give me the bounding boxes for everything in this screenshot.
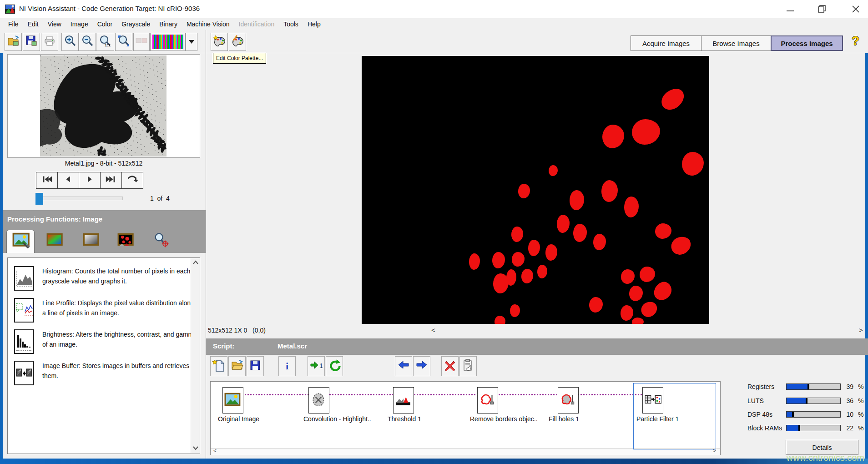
image-slider-track[interactable] — [37, 197, 123, 200]
menu-binary[interactable]: Binary — [155, 19, 182, 29]
zoom-in-button[interactable] — [61, 33, 79, 51]
menu-view[interactable]: View — [43, 19, 66, 29]
open-image-icon — [6, 34, 20, 50]
image-slider-thumb[interactable] — [35, 193, 43, 205]
image-buffer-icon[interactable] — [14, 361, 34, 385]
step-connector-line — [222, 394, 658, 395]
image-tab-icon — [11, 232, 30, 250]
info-button[interactable]: i — [278, 356, 296, 376]
save-script-button[interactable] — [247, 356, 264, 376]
meter-label-dsp-48s: DSP 48s — [747, 411, 772, 418]
meter-tick — [806, 398, 807, 403]
zoom-1-1-button[interactable]: 1:1 — [96, 33, 114, 51]
image-caption: Metal1.jpg - 8-bit - 512x512 — [7, 160, 200, 167]
prev-button[interactable] — [57, 172, 79, 189]
step-label: Threshold 1 — [388, 415, 421, 423]
delete-step-button[interactable] — [441, 356, 459, 376]
step-original-image[interactable] — [222, 387, 243, 414]
hscroll-left-icon[interactable]: < — [431, 326, 435, 334]
help-icon[interactable]: ? — [852, 34, 859, 48]
image-status: 512x512 1X 0 (0,0) — [208, 327, 266, 334]
tab-image[interactable] — [6, 230, 35, 253]
first-button[interactable] — [36, 172, 58, 189]
function-item-line-profile[interactable]: Line Profile: Displays the pixel value d… — [42, 298, 199, 318]
line-profile-icon[interactable] — [14, 298, 34, 323]
tooltip: Edit Color Palette... — [213, 53, 266, 64]
edit-palette-button[interactable] — [229, 33, 246, 51]
image-thumbnail[interactable] — [40, 55, 167, 156]
function-item-brightness[interactable]: Brightness: Alters the brightness, contr… — [42, 329, 199, 349]
particle-blob — [528, 240, 540, 256]
step-label: Particle Filter 1 — [636, 415, 679, 423]
scroll-up-icon[interactable] — [192, 260, 199, 265]
particle-blob — [545, 244, 557, 261]
process-images-button[interactable]: Process Images — [771, 35, 843, 51]
step-remove-borders-objec-[interactable] — [477, 387, 498, 414]
menu-machine-vision[interactable]: Machine Vision — [182, 19, 234, 29]
particle-blob — [537, 265, 547, 278]
new-script-button[interactable] — [210, 356, 227, 376]
svg-text:i: i — [286, 360, 288, 372]
paste-icon — [461, 358, 475, 374]
run-once-button[interactable]: 1 — [308, 356, 325, 376]
open-image-button[interactable] — [5, 33, 22, 51]
processing-functions-header: Processing Functions: Image — [3, 210, 206, 228]
palette-strip-button[interactable] — [150, 33, 186, 51]
function-item-histogram[interactable]: Histogram: Counts the total number of pi… — [42, 266, 199, 286]
menu-image[interactable]: Image — [66, 19, 93, 29]
step-convolution-highlight-[interactable] — [308, 387, 329, 414]
function-item-image-buffer[interactable]: Image Buffer: Stores images in buffers a… — [42, 361, 199, 381]
tab-color[interactable] — [45, 233, 63, 248]
acquire-images-button[interactable]: Acquire Images — [631, 35, 701, 51]
image-display-canvas[interactable] — [362, 56, 709, 324]
minimize-button[interactable] — [780, 2, 801, 16]
tab-binary[interactable] — [116, 233, 134, 248]
zoom-out-button[interactable] — [79, 33, 96, 51]
particle-blob — [621, 269, 635, 284]
step-fill-holes-1[interactable] — [558, 387, 579, 414]
dropdown-arrow-button[interactable] — [186, 33, 197, 51]
zoom-fit-button[interactable] — [115, 33, 132, 51]
script-filename: Metal.scr — [278, 342, 307, 350]
meter-value: 10 — [840, 411, 853, 418]
tab-grayscale[interactable] — [82, 233, 99, 248]
forward-button[interactable] — [413, 356, 430, 376]
menu-grayscale[interactable]: Grayscale — [117, 19, 155, 29]
meter-fill — [787, 425, 798, 431]
strip-scroll-left-icon[interactable]: < — [213, 448, 217, 454]
open-script-button[interactable] — [228, 356, 246, 376]
return-button[interactable] — [121, 172, 143, 189]
menu-tools[interactable]: Tools — [279, 19, 303, 29]
step-particle-filter-1[interactable] — [642, 387, 663, 414]
restore-button[interactable] — [812, 2, 833, 16]
step-threshold-1[interactable] — [393, 387, 414, 414]
brightness-icon[interactable] — [14, 329, 34, 354]
step-fill-holes-icon — [560, 393, 577, 408]
menu-file[interactable]: File — [4, 19, 23, 29]
run-button[interactable] — [326, 356, 343, 376]
paste-button[interactable] — [459, 356, 477, 376]
particle-blob — [510, 304, 520, 317]
tab-machine-vision[interactable] — [152, 233, 169, 248]
histogram-icon[interactable] — [14, 266, 34, 291]
menu-edit[interactable]: Edit — [23, 19, 43, 29]
step-original-image-icon — [224, 393, 242, 408]
scroll-down-icon[interactable] — [192, 446, 199, 450]
save-image-button[interactable] — [23, 33, 40, 51]
browse-images-button[interactable]: Browse Images — [701, 35, 771, 51]
menu-color[interactable]: Color — [93, 19, 117, 29]
next-button[interactable] — [79, 172, 101, 189]
back-button[interactable] — [395, 356, 412, 376]
hscroll-right-icon[interactable]: > — [859, 326, 863, 334]
print-button[interactable] — [41, 33, 58, 51]
watermark: www.cntronics.com — [773, 453, 864, 463]
compare-icon — [135, 34, 148, 50]
menu-help[interactable]: Help — [303, 19, 325, 29]
new-palette-button[interactable] — [211, 33, 228, 51]
function-list-scrollbar[interactable] — [191, 258, 200, 453]
zoom-1-1-icon: 1:1 — [98, 34, 112, 50]
close-button[interactable] — [845, 2, 866, 16]
step-label: Remove borders objec.. — [470, 415, 538, 423]
last-button[interactable] — [100, 172, 122, 189]
svg-text:1:1: 1:1 — [105, 43, 111, 47]
